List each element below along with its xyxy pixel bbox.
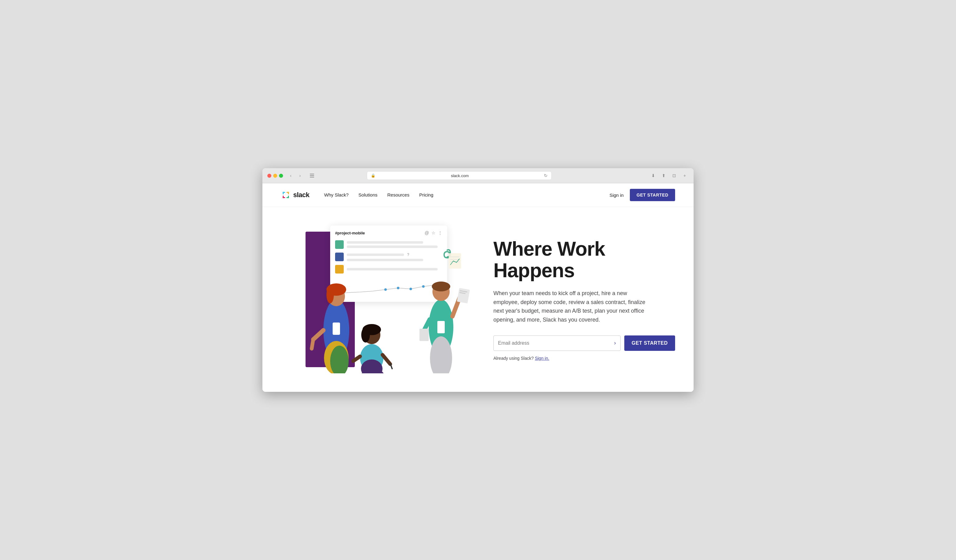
tab-button[interactable]: ⊡ [670, 172, 678, 179]
back-button[interactable]: ‹ [287, 172, 295, 179]
person-left [312, 283, 349, 373]
nav-link-pricing[interactable]: Pricing [419, 192, 433, 197]
download-button[interactable]: ⬇ [649, 172, 657, 179]
svg-rect-46 [457, 288, 470, 304]
nav-item-solutions[interactable]: Solutions [358, 192, 377, 198]
nav-item-pricing[interactable]: Pricing [419, 192, 433, 198]
slack-wordmark: slack [293, 191, 310, 199]
share-button[interactable]: ⬆ [660, 172, 668, 179]
svg-rect-25 [333, 322, 340, 335]
browser-nav-buttons: ‹ › [287, 172, 304, 179]
svg-rect-50 [420, 329, 429, 341]
slack-logo-icon [281, 190, 291, 200]
address-bar[interactable] [378, 173, 541, 178]
address-bar-container: 🔒 ↻ [367, 171, 552, 180]
nav-link-resources[interactable]: Resources [387, 192, 409, 197]
svg-line-26 [313, 330, 323, 340]
nav-links: Why Slack? Solutions Resources Pricing [324, 192, 433, 198]
svg-line-27 [312, 340, 313, 349]
svg-point-8 [288, 192, 289, 193]
hero-illustration: #project-mobile @ ☆ ⋮ [287, 225, 481, 373]
hero-headline: Where Work Happens [494, 238, 675, 282]
nav-get-started-button[interactable]: GET STARTED [630, 189, 675, 201]
traffic-lights [267, 174, 283, 178]
svg-line-35 [382, 355, 390, 364]
new-tab-button[interactable]: + [681, 172, 689, 179]
nav-actions: Sign in GET STARTED [610, 189, 675, 201]
already-using-text: Already using Slack? Sign in. [494, 356, 675, 361]
svg-rect-0 [310, 174, 314, 175]
svg-point-24 [327, 286, 334, 304]
svg-rect-2 [310, 177, 314, 178]
nav-item-resources[interactable]: Resources [387, 192, 409, 198]
nav-link-solutions[interactable]: Solutions [358, 192, 377, 197]
svg-line-37 [353, 356, 360, 361]
browser-actions: ⬇ ⬆ ⊡ + [649, 172, 689, 179]
close-button[interactable] [267, 174, 271, 178]
nav-link-why-slack[interactable]: Why Slack? [324, 192, 349, 197]
site-nav: slack Why Slack? Solutions Resources Pri… [263, 183, 693, 207]
minimize-button[interactable] [273, 174, 277, 178]
svg-rect-41 [437, 321, 445, 333]
svg-rect-53 [449, 253, 461, 269]
nav-item-why-slack[interactable]: Why Slack? [324, 192, 349, 198]
people-illustration [287, 225, 481, 373]
hero-get-started-button[interactable]: GET STARTED [624, 335, 675, 351]
svg-point-14 [288, 197, 289, 198]
sign-in-link[interactable]: Sign in [610, 192, 624, 198]
submit-arrow-icon: › [614, 340, 616, 346]
maximize-button[interactable] [279, 174, 283, 178]
email-input[interactable] [498, 336, 614, 350]
hero-text: Where Work Happens When your team needs … [481, 238, 675, 361]
slack-logo[interactable]: slack [281, 190, 310, 200]
sidebar-button[interactable] [308, 172, 316, 179]
svg-point-34 [361, 327, 370, 343]
hero-section: #project-mobile @ ☆ ⋮ [263, 207, 693, 392]
hero-subtext: When your team needs to kick off a proje… [494, 289, 654, 324]
browser-window: ‹ › 🔒 ↻ ⬇ ⬆ ⊡ + [263, 168, 693, 392]
svg-rect-1 [310, 175, 314, 176]
svg-point-5 [283, 192, 284, 193]
person-right [420, 282, 470, 373]
sign-in-link-hero[interactable]: Sign in. [535, 356, 549, 361]
forward-button[interactable]: › [296, 172, 304, 179]
email-input-wrapper: › [494, 335, 621, 351]
browser-chrome: ‹ › 🔒 ↻ ⬇ ⬆ ⊡ + [263, 168, 693, 183]
page-content: slack Why Slack? Solutions Resources Pri… [263, 183, 693, 392]
svg-point-44 [432, 282, 450, 291]
person-middle [353, 324, 393, 373]
email-form: › GET STARTED [494, 335, 675, 351]
lock-icon: 🔒 [371, 173, 376, 178]
svg-point-11 [283, 197, 284, 198]
refresh-icon[interactable]: ↻ [544, 173, 547, 178]
